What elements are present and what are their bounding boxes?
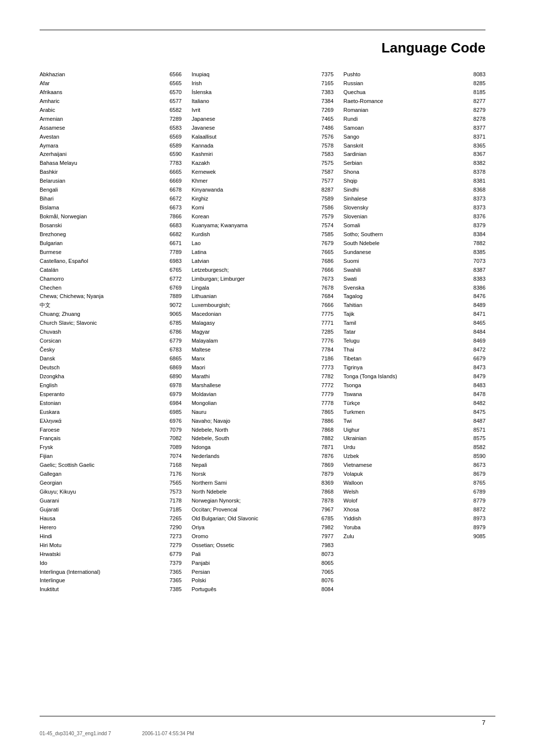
column-3: Pushto8083Russian8285Quechua8185Raeto-Ro… (338, 71, 495, 542)
list-item: Welsh6789 (343, 488, 485, 496)
list-item: Persian7065 (192, 568, 334, 576)
language-code: 8590 (468, 453, 485, 460)
language-code: 6589 (164, 142, 182, 150)
language-name: Gaelic; Scottish Gaelic (40, 461, 164, 469)
language-code: 6772 (164, 275, 182, 283)
list-item: Hindi7273 (40, 533, 182, 541)
language-name: Swahili (343, 266, 468, 274)
language-name: Kuanyama; Kwanyama (192, 222, 317, 230)
language-code: 7879 (316, 470, 333, 478)
language-code: 6565 (164, 80, 182, 88)
language-code: 7789 (164, 249, 182, 256)
list-item: Amharic6577 (40, 98, 182, 105)
language-code: 7889 (164, 293, 182, 301)
language-code: 7486 (316, 124, 333, 132)
list-item: Panjabi8065 (192, 559, 334, 567)
language-code: 6678 (164, 186, 182, 194)
language-code: 6785 (316, 515, 333, 523)
language-code: 8482 (468, 400, 485, 407)
language-name: Avestan (40, 133, 164, 141)
list-item: Tagalog8476 (343, 293, 485, 301)
language-name: Chamorro (40, 275, 164, 283)
language-name: Romanian (343, 106, 468, 114)
language-name: Kurdish (192, 231, 317, 239)
language-code: 8473 (468, 364, 485, 372)
list-item: North Ndebele7868 (192, 488, 334, 496)
list-item: Romanian8279 (343, 106, 485, 114)
list-item: Íslenska7383 (192, 89, 334, 97)
language-code: 7776 (316, 337, 333, 345)
list-item: Kazakh7575 (192, 159, 334, 167)
list-item: Ndebele, South7882 (192, 435, 334, 443)
language-code: 7585 (316, 231, 333, 239)
list-item: Mongolian7778 (192, 400, 334, 407)
language-name: Uzbek (343, 453, 468, 460)
language-name: South Ndebele (343, 240, 468, 248)
language-code: 7565 (164, 479, 182, 487)
list-item: Česky6783 (40, 346, 182, 354)
list-item: Magyar7285 (192, 328, 334, 336)
list-item: Norsk7879 (192, 470, 334, 478)
language-code: 7082 (164, 435, 182, 443)
list-item: Interlingua (International)7365 (40, 568, 182, 576)
language-code: 7289 (164, 115, 182, 123)
language-name: Telugu (343, 337, 468, 345)
language-name: Shona (343, 168, 468, 176)
language-code: 7273 (164, 533, 182, 541)
language-code: 7186 (316, 355, 333, 363)
list-item: Ελληνικά6976 (40, 417, 182, 425)
list-item: Quechua8185 (343, 89, 485, 97)
list-item: Occitan; Provencal7967 (192, 506, 334, 514)
language-code: 7269 (316, 106, 333, 114)
language-name: Rundi (343, 115, 468, 123)
language-name: Marshallese (192, 382, 317, 390)
language-code: 9072 (164, 302, 182, 309)
language-name: Tamil (343, 319, 468, 327)
language-code: 7772 (316, 382, 333, 390)
list-item: Yoruba8979 (343, 524, 485, 532)
list-item: Yiddish8973 (343, 515, 485, 523)
language-code: 6783 (164, 346, 182, 354)
language-code: 8383 (468, 275, 485, 283)
list-item: Irish7165 (192, 80, 334, 88)
language-name: Serbian (343, 159, 468, 167)
list-item: Deutsch6869 (40, 364, 182, 372)
language-name: Sotho; Southern (343, 231, 468, 239)
list-item: Georgian7565 (40, 479, 182, 487)
language-code: 8478 (468, 391, 485, 399)
list-item: Slovensky8373 (343, 204, 485, 212)
language-code: 7089 (164, 444, 182, 452)
language-code: 7185 (164, 506, 182, 514)
language-code: 8371 (468, 133, 485, 141)
language-name: Kinyarwanda (192, 186, 317, 194)
language-code: 8679 (468, 470, 485, 478)
language-code: 6566 (164, 71, 182, 79)
language-code: 7383 (316, 89, 333, 97)
language-name: Íslenska (192, 89, 317, 97)
footer-date: 2006-11-07 4:55:34 PM (142, 731, 194, 736)
language-code: 6590 (164, 151, 182, 158)
language-name: Luxembourgish; (192, 302, 317, 309)
language-name: Hindi (40, 533, 164, 541)
list-item: Nederlands7876 (192, 453, 334, 460)
list-item: Dzongkha6890 (40, 373, 182, 381)
list-item: Khmer7577 (192, 177, 334, 185)
language-name: Nederlands (192, 453, 317, 460)
language-code: 8484 (468, 328, 485, 336)
language-name: 中文 (40, 302, 164, 309)
language-code: 7073 (468, 257, 485, 265)
language-code: 7783 (164, 159, 182, 167)
language-code: 6671 (164, 240, 182, 248)
language-code: 6978 (164, 382, 182, 390)
language-name: Ido (40, 559, 164, 567)
list-item: Telugu8469 (343, 337, 485, 345)
list-item: Pushto8083 (343, 71, 485, 79)
language-name: Moldavian (192, 391, 317, 399)
list-item: Samoan8377 (343, 124, 485, 132)
list-item: Esperanto6979 (40, 391, 182, 399)
language-name: Norsk (192, 470, 317, 478)
language-code: 8469 (468, 337, 485, 345)
language-name: Arabic (40, 106, 164, 114)
list-item: Hiri Motu7279 (40, 542, 182, 550)
list-item: Swati8383 (343, 275, 485, 283)
